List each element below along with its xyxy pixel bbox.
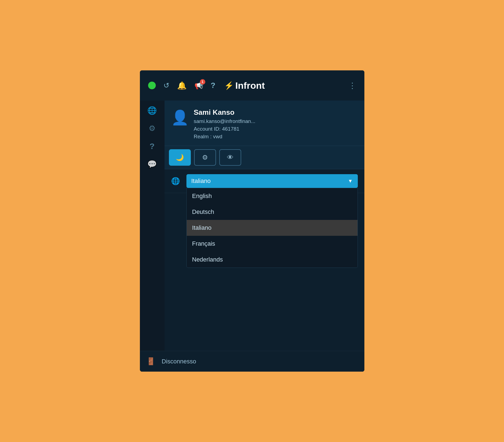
tab-preview[interactable]: 👁 xyxy=(219,149,241,166)
sidebar-gear-icon[interactable]: ⚙ xyxy=(149,124,155,133)
help-icon[interactable]: ? xyxy=(211,81,215,90)
language-dropdown-list: English Deutsch Italiano Français Nederl… xyxy=(186,188,358,268)
language-select-button[interactable]: Italiano ▼ xyxy=(186,174,358,188)
door-icon: 🚪 xyxy=(146,357,156,366)
refresh-icon[interactable]: ↺ xyxy=(163,81,169,90)
megaphone-icon[interactable]: 📢 1 xyxy=(194,81,203,90)
user-menu-panel: 👤 Sami Kanso sami.kanso@infrontfinan... … xyxy=(165,101,364,372)
tab-settings[interactable]: ⚙ xyxy=(194,149,216,166)
sidebar-help-icon[interactable]: ? xyxy=(149,142,154,151)
user-details: Sami Kanso sami.kanso@infrontfinan... Ac… xyxy=(194,108,255,140)
user-info-section: 👤 Sami Kanso sami.kanso@infrontfinan... … xyxy=(165,101,364,146)
bell-icon[interactable]: 🔔 xyxy=(177,81,187,90)
language-option-francais[interactable]: Français xyxy=(187,236,358,252)
status-indicator xyxy=(148,82,156,89)
top-bar: ↺ 🔔 📢 1 ? ⚡ Infront ⋮ xyxy=(140,70,364,101)
language-row: 🌐 Italiano ▼ English Deutsch Italiano Fr… xyxy=(165,169,364,193)
main-content: 🌐 ⚙ ? 💬 👤 Sami Kanso sami.kanso@infrontf… xyxy=(140,101,364,372)
language-option-nederlands[interactable]: Nederlands xyxy=(187,252,358,268)
language-option-italiano[interactable]: Italiano xyxy=(187,220,358,236)
tab-theme[interactable]: 🌙 xyxy=(169,149,191,166)
globe-icon: 🌐 xyxy=(171,177,181,185)
brand-logo: ⚡ Infront xyxy=(224,80,265,91)
brand-name: Infront xyxy=(235,80,265,91)
user-account-id: Account ID: 461781 xyxy=(194,126,255,132)
language-selected-label: Italiano xyxy=(191,177,211,185)
user-email: sami.kanso@infrontfinan... xyxy=(194,118,255,124)
sidebar-chat-icon[interactable]: 💬 xyxy=(147,160,157,169)
language-dropdown-wrapper: Italiano ▼ English Deutsch Italiano Fran… xyxy=(186,174,358,188)
user-realm: Realm : vwd xyxy=(194,134,255,140)
notification-badge: 1 xyxy=(200,79,205,85)
user-name: Sami Kanso xyxy=(194,108,255,117)
sidebar: 🌐 ⚙ ? 💬 xyxy=(140,101,165,372)
settings-section: 🌐 Italiano ▼ English Deutsch Italiano Fr… xyxy=(165,169,364,372)
app-container: ↺ 🔔 📢 1 ? ⚡ Infront ⋮ 🌐 ⚙ ? 💬 👤 xyxy=(140,70,364,372)
brand-icon: ⚡ xyxy=(224,81,234,90)
disconnect-label: Disconnesso xyxy=(162,358,196,365)
disconnect-row[interactable]: 🚪 Disconnesso xyxy=(140,351,364,372)
user-avatar-icon: 👤 xyxy=(171,109,189,126)
settings-tab-bar: 🌙 ⚙ 👁 xyxy=(165,146,364,169)
language-option-deutsch[interactable]: Deutsch xyxy=(187,204,358,220)
language-option-english[interactable]: English xyxy=(187,188,358,204)
sidebar-globe-icon[interactable]: 🌐 xyxy=(147,106,157,115)
more-options-button[interactable]: ⋮ xyxy=(349,81,356,90)
chevron-down-icon: ▼ xyxy=(348,178,353,184)
